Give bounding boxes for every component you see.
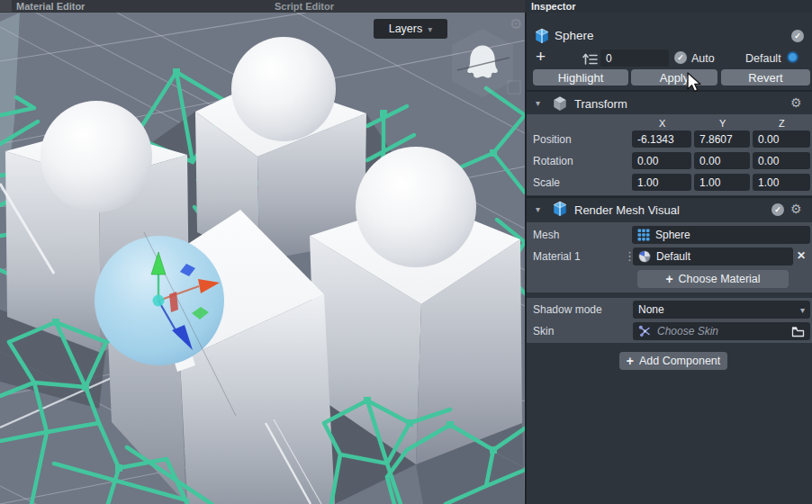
scale-label: Scale (533, 176, 560, 189)
inspector-panel: Sphere ✓ + 0 ✓ Auto Default Highlight Ap… (526, 13, 812, 504)
rmv-gear-icon[interactable]: ⚙ (790, 202, 802, 215)
gear-watermark-icon: ⚙ (510, 16, 522, 32)
check-icon: ✓ (774, 205, 781, 214)
default-radio[interactable] (787, 51, 798, 63)
rotation-y-input[interactable]: 0.00 (694, 152, 750, 169)
sphere-top-left[interactable] (41, 101, 152, 212)
plus-icon: + (665, 272, 672, 286)
scene-viewport[interactable]: ⚙ Layers ▾ (0, 13, 525, 504)
add-component-label: Add Component (639, 355, 720, 367)
render-order-icon (582, 52, 598, 66)
entity-name: Sphere (555, 29, 594, 42)
inspector-panel-header: Inspector (525, 0, 812, 13)
transform-gear-icon[interactable]: ⚙ (790, 96, 802, 109)
position-x-input[interactable]: -6.1343 (632, 130, 691, 148)
choose-material-label: Choose Material (679, 273, 761, 285)
revert-button[interactable]: Revert (721, 69, 810, 86)
rmv-collapse-chevron-icon[interactable]: ▾ (536, 204, 540, 214)
check-icon: ✓ (677, 53, 684, 62)
render-mesh-cube-icon (552, 201, 568, 217)
chevron-down-icon: ▾ (428, 24, 432, 34)
default-label: Default (745, 52, 781, 65)
position-y-input[interactable]: 7.8607 (694, 130, 750, 148)
scene-canvas[interactable]: ⚙ (0, 13, 525, 504)
axis-x-label: X (659, 118, 665, 129)
rmv-enabled-checkbox[interactable]: ✓ (771, 203, 784, 216)
apply-button[interactable]: Apply (631, 69, 717, 86)
material-label: Material 1 (533, 250, 581, 263)
inspector-title: Inspector (531, 1, 576, 12)
rotation-z-input[interactable]: 0.00 (753, 152, 810, 169)
scale-x-input[interactable]: 1.00 (632, 174, 691, 191)
rotation-label: Rotation (533, 155, 573, 167)
position-z-input[interactable]: 0.00 (753, 130, 810, 148)
layers-dropdown-button[interactable]: Layers ▾ (374, 19, 447, 39)
layers-label: Layers (389, 22, 423, 35)
mouse-cursor (686, 72, 703, 94)
scene-object-cube-icon (534, 28, 550, 44)
chevron-down-icon: ▾ (800, 305, 805, 315)
axis-z-label: Z (779, 118, 785, 129)
rotation-x-input[interactable]: 0.00 (632, 152, 691, 169)
material-ball-icon (638, 250, 651, 263)
mesh-label: Mesh (533, 229, 559, 241)
scale-z-input[interactable]: 1.00 (753, 174, 810, 191)
tab-material-editor[interactable]: Material Editor (16, 1, 85, 12)
highlight-button[interactable]: Highlight (533, 69, 628, 86)
material-remove-button[interactable]: ✕ (797, 249, 806, 262)
rmv-section-title: Render Mesh Visual (574, 203, 680, 217)
axis-y-label: Y (719, 118, 726, 129)
entity-enabled-checkbox[interactable]: ✓ (791, 30, 804, 42)
add-component-button[interactable]: + Add Component (619, 352, 727, 370)
transform-collapse-chevron-icon[interactable]: ▾ (536, 98, 540, 108)
gizmo-center-handle[interactable] (153, 295, 165, 307)
render-order-input[interactable]: 0 (600, 50, 669, 67)
check-icon: ✓ (794, 32, 801, 40)
material-value: Default (656, 250, 690, 263)
mesh-value: Sphere (655, 229, 690, 241)
mesh-field[interactable]: Sphere (632, 226, 810, 244)
app-window: Material Editor Script Editor Inspector (0, 0, 812, 504)
choose-material-button[interactable]: + Choose Material (637, 270, 789, 288)
transform-icon (552, 95, 568, 112)
top-tab-bar: Material Editor Script Editor Inspector (0, 0, 812, 13)
skin-field[interactable]: Choose Skin (633, 322, 810, 340)
skin-bones-icon (638, 325, 652, 338)
panel-corner-handle[interactable] (0, 0, 12, 12)
plus-icon: + (627, 354, 634, 368)
skin-placeholder: Choose Skin (657, 325, 718, 338)
auto-checkbox[interactable]: ✓ (674, 51, 687, 64)
skin-label: Skin (533, 325, 554, 338)
shadow-mode-label: Shadow mode (533, 303, 602, 316)
tab-script-editor[interactable]: Script Editor (275, 1, 334, 12)
auto-label: Auto (691, 52, 715, 65)
sphere-top-center[interactable] (231, 37, 336, 141)
add-button[interactable]: + (536, 47, 546, 67)
scale-y-input[interactable]: 1.00 (694, 174, 750, 191)
folder-icon[interactable] (791, 326, 805, 338)
transform-section-title: Transform (574, 97, 627, 111)
position-label: Position (533, 133, 572, 146)
material-field[interactable]: Default (633, 248, 793, 266)
shadow-mode-value: None (638, 303, 664, 316)
mesh-grid-icon (637, 229, 650, 241)
shadow-mode-dropdown[interactable]: None ▾ (633, 301, 810, 319)
sphere-right[interactable] (356, 147, 476, 267)
